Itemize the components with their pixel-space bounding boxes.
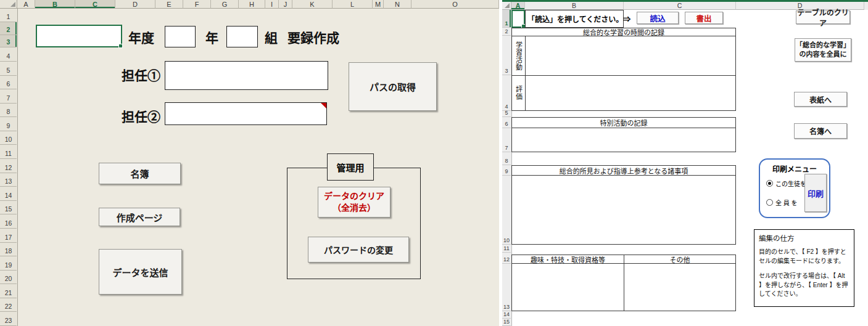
select-all-corner[interactable] xyxy=(0,0,17,9)
column-header-K[interactable]: K xyxy=(292,0,333,9)
edit-help-box: 編集の仕方 目的のセルで、【 F2 】を押すとセルの編集モードになります。 セル… xyxy=(754,229,854,307)
edit-help-title: 編集の仕方 xyxy=(759,233,849,243)
column-header-F[interactable]: F xyxy=(183,0,211,9)
print-all-label: 全 員 を xyxy=(775,198,798,207)
row-header-12[interactable]: 12 xyxy=(0,159,17,173)
column-header-A[interactable]: A xyxy=(511,2,525,10)
evaluation-label: 評価 xyxy=(512,76,526,110)
to-meibo-button[interactable]: 名簿へ xyxy=(794,123,847,139)
clear-data-button[interactable]: データのクリア （全消去） xyxy=(318,187,391,218)
overall-remarks-cell[interactable] xyxy=(512,176,735,244)
row-header-10[interactable]: 10 xyxy=(0,131,17,145)
class-cell[interactable] xyxy=(226,26,258,47)
row-header-13[interactable]: 13 xyxy=(0,173,17,187)
row-header-23[interactable]: 23 xyxy=(0,312,17,326)
kumi-label: 組 xyxy=(265,28,278,46)
row-header-10[interactable]: 10 xyxy=(502,176,511,245)
column-header-I[interactable]: I xyxy=(265,0,279,9)
row-header-6[interactable]: 6 xyxy=(0,76,17,89)
row-header-9[interactable]: 9 xyxy=(0,117,17,131)
edit-help-paragraph2: セル内で改行する場合は、【 Alt 】を押しながら、【 Enter 】を押してく… xyxy=(759,272,849,299)
export-button[interactable]: 書出 xyxy=(685,12,723,24)
page-title: 要録作成 xyxy=(287,28,339,46)
radio-all-students-icon[interactable] xyxy=(766,199,773,206)
school-name-cell[interactable] xyxy=(36,25,122,47)
column-header-E[interactable]: E xyxy=(155,0,183,9)
admin-group-label: 管理用 xyxy=(327,153,374,181)
load-button[interactable]: 読込 xyxy=(637,12,679,24)
to-cover-button[interactable]: 表紙へ xyxy=(794,92,847,107)
record-entry-sheet: ABCD 123456789101112131415 「読込」を押してください。… xyxy=(502,0,868,326)
create-page-button[interactable]: 作成ページ xyxy=(99,208,180,226)
row-header-4[interactable]: 4 xyxy=(0,47,17,62)
row-header-5[interactable]: 5 xyxy=(502,111,511,117)
row-header-9[interactable]: 9 xyxy=(502,165,511,176)
column-header-L[interactable]: L xyxy=(333,0,373,9)
column-header-G[interactable]: G xyxy=(211,0,239,9)
special-activities-header: 特別活動の記録 xyxy=(512,118,735,128)
change-password-button[interactable]: パスワードの変更 xyxy=(308,237,409,263)
row-header-7[interactable]: 7 xyxy=(502,128,511,152)
nen-label: 年 xyxy=(205,28,218,46)
print-all-option[interactable]: 全 員 を xyxy=(766,198,798,207)
row-header-11[interactable]: 11 xyxy=(502,245,511,253)
row-header-11[interactable]: 11 xyxy=(0,145,17,159)
row-header-22[interactable]: 22 xyxy=(0,298,17,312)
row-header-17[interactable]: 17 xyxy=(0,229,17,243)
clear-table-button[interactable]: テーブルのクリア xyxy=(796,10,850,24)
row-header-14[interactable]: 14 xyxy=(0,187,17,201)
row-header-13[interactable]: 13 xyxy=(502,264,511,311)
row-header-2[interactable]: 2 xyxy=(502,28,511,36)
column-header-B[interactable]: B xyxy=(35,0,75,9)
column-header-C[interactable]: C xyxy=(75,0,115,9)
year-cell[interactable] xyxy=(165,26,196,47)
column-header-H[interactable]: H xyxy=(239,0,265,9)
special-activities-cell[interactable] xyxy=(512,128,735,152)
row-header-5[interactable]: 5 xyxy=(0,62,17,76)
evaluation-cell[interactable] xyxy=(526,76,735,110)
row-header-8[interactable]: 8 xyxy=(0,104,17,117)
selection-fill-handle[interactable] xyxy=(118,44,123,48)
column-header-A[interactable]: A xyxy=(17,0,35,9)
column-header-C[interactable]: C xyxy=(624,2,736,10)
column-header-M[interactable]: M xyxy=(373,0,384,9)
row-header-1[interactable]: 1 xyxy=(0,9,17,22)
row-header-7[interactable]: 7 xyxy=(0,89,17,104)
row-header-19[interactable]: 19 xyxy=(0,256,17,271)
meibo-button[interactable]: 名簿 xyxy=(99,163,181,184)
row-header-6[interactable]: 6 xyxy=(502,117,511,128)
row-header-4[interactable]: 4 xyxy=(502,75,511,111)
row-header-3[interactable]: 3 xyxy=(502,36,511,75)
row-header-12[interactable]: 12 xyxy=(502,253,511,264)
learning-activity-cell[interactable] xyxy=(526,36,735,75)
column-header-O[interactable]: O xyxy=(411,0,499,9)
row-header-20[interactable]: 20 xyxy=(0,271,17,284)
column-header-J[interactable]: J xyxy=(279,0,292,9)
row-header-15[interactable]: 15 xyxy=(0,201,17,214)
radio-this-student-icon[interactable] xyxy=(766,180,773,187)
get-path-button[interactable]: パスの取得 xyxy=(349,62,437,111)
active-cell-a1[interactable] xyxy=(511,10,525,28)
row-header-14[interactable]: 14 xyxy=(502,311,511,319)
column-header-B[interactable]: B xyxy=(525,2,624,10)
print-this-student-option[interactable]: この生徒を xyxy=(766,179,806,188)
row-header-21[interactable]: 21 xyxy=(0,284,17,298)
tannin1-input[interactable] xyxy=(165,61,328,90)
row-header-8[interactable]: 8 xyxy=(502,152,511,165)
column-header-D[interactable]: D xyxy=(115,0,155,9)
row-header-3[interactable]: 3 xyxy=(0,35,17,47)
hobbies-cell[interactable] xyxy=(512,264,624,311)
print-button[interactable]: 印刷 xyxy=(804,174,827,212)
other-cell[interactable] xyxy=(624,264,735,311)
send-data-button[interactable]: データを送信 xyxy=(99,249,182,295)
tannin2-input[interactable] xyxy=(165,102,327,125)
column-header-N[interactable]: N xyxy=(384,0,411,9)
right-row-header-strip: 123456789101112131415 xyxy=(502,10,512,326)
row-header-1[interactable]: 1 xyxy=(502,10,511,28)
row-header-2[interactable]: 2 xyxy=(0,22,17,35)
apply-to-all-button[interactable]: 「総合的な学習」 の内容を全員に xyxy=(795,38,851,62)
row-header-15[interactable]: 15 xyxy=(502,319,511,326)
row-header-16[interactable]: 16 xyxy=(0,214,17,229)
row-header-18[interactable]: 18 xyxy=(0,243,17,256)
select-all-corner-right[interactable] xyxy=(502,2,511,10)
